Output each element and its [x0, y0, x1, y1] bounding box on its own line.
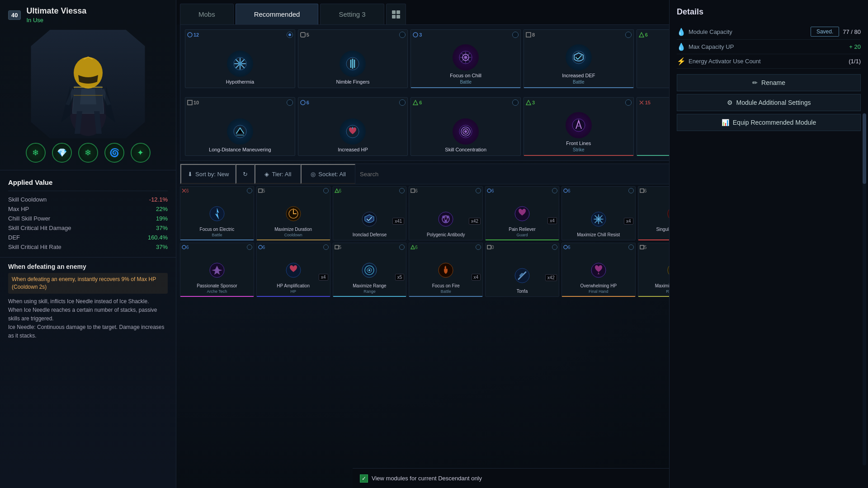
module-long-distance[interactable]: 10 Long-Distance Maneuvering [185, 97, 295, 156]
skill-icon-4[interactable]: 🌀 [104, 143, 124, 163]
module-type: Strike [573, 147, 585, 152]
module-skill-concentration[interactable]: 6 Skill Concentration [410, 97, 521, 156]
rename-button[interactable]: ✏ Rename [677, 74, 861, 91]
inv-icon [206, 203, 228, 225]
inv-type: Guard [516, 233, 528, 237]
enemy-defeat-desc: When defeating an enemy, instantly recov… [8, 273, 168, 294]
socket-dot [323, 188, 329, 193]
module-icon [566, 44, 592, 70]
tab-setting3[interactable]: Setting 3 [320, 4, 384, 24]
inv-ironclad-defense[interactable]: 6 x41 Ironclad Defense [333, 186, 407, 240]
inv-name: Ironclad Defense [351, 232, 388, 238]
sort-icon: ⬇ [188, 171, 193, 178]
module-type: Battle [460, 80, 472, 84]
module-hypothermia[interactable]: 12 Hypothermia [185, 29, 295, 88]
inv-icon [359, 208, 380, 230]
socket-dot [476, 244, 481, 250]
socket-indicator [399, 32, 406, 38]
inv-passionate-sponsor[interactable]: 6 Passionate Sponsor Arche Tech [180, 243, 254, 297]
skill-icon-3[interactable]: ❄ [78, 143, 98, 163]
tab-recommended[interactable]: Recommended [236, 4, 319, 24]
svg-marker-56 [335, 189, 339, 192]
module-name: Increased HP [336, 146, 370, 153]
detail-module-capacity: 💧 Module Capacity Saved. 77 / 80 [677, 24, 861, 40]
details-title: Details [677, 7, 861, 17]
sort-label: Sort by: New [195, 171, 229, 178]
saved-button[interactable]: Saved. [811, 27, 839, 37]
module-increased-hp[interactable]: 6 Increased HP [298, 97, 408, 156]
inv-maximize-chill-resist[interactable]: 6 x4 Maximize Chill Resist [561, 186, 636, 240]
refresh-btn[interactable]: ↻ [236, 164, 255, 184]
inv-focus-fire[interactable]: 6 x4 Focus on Fire Battle [409, 243, 483, 297]
skill-icon-1[interactable]: ❄ [26, 143, 46, 163]
additional-label: Module Additional Settings [736, 99, 811, 106]
module-type: Battle [573, 80, 585, 84]
inv-count: x4 [319, 274, 328, 281]
svg-rect-93 [487, 245, 491, 249]
char-figure-svg [43, 32, 133, 136]
inv-overwhelming-hp[interactable]: 6 Overwhelming HP Final Hand [561, 243, 636, 297]
stat-row-crit-rate: Skill Critical Hit Rate 37% [8, 242, 168, 252]
module-additional-button[interactable]: ⚙ Module Additional Settings [677, 94, 861, 111]
skill-icon-2[interactable]: 💎 [52, 143, 72, 163]
skill-icon-5[interactable]: ✦ [131, 143, 151, 163]
tab-mobs[interactable]: Mobs [180, 4, 234, 24]
inv-type: Final Hand [589, 289, 609, 294]
energy-label: Energy Activator Use Count [689, 58, 761, 65]
socket-dot [552, 244, 557, 250]
svg-point-12 [413, 33, 418, 37]
tab-grid-icon[interactable] [386, 4, 406, 24]
view-modules-check[interactable]: ✓ View modules for current Descendant on… [360, 474, 482, 483]
energy-value: (1/1) [849, 58, 861, 65]
module-name: Long-Distance Maneuvering [207, 146, 273, 153]
socket-dot [247, 188, 252, 193]
socket-indicator [625, 32, 632, 38]
socket-indicator [512, 99, 519, 106]
module-focus-chill[interactable]: 3 Focus on Chill Battle [410, 29, 521, 88]
svg-rect-29 [188, 100, 192, 105]
inv-type: Range [363, 289, 376, 294]
socket-dot [399, 244, 405, 250]
socket-dot [628, 188, 634, 193]
inv-hp-amplification[interactable]: 6 x4 HP Amplification HP [256, 243, 330, 297]
svg-point-8 [238, 62, 242, 66]
sort-order-btn[interactable]: ⬇ Sort by: New [180, 164, 236, 184]
socket-label: Socket: All [318, 171, 346, 178]
socket-filter-btn[interactable]: ◎ Socket: All [301, 164, 355, 184]
inv-tonfa[interactable]: 0 x42 Tonfa [485, 243, 559, 297]
view-modules-checkbox[interactable]: ✓ [360, 474, 368, 483]
svg-point-40 [464, 130, 467, 133]
inv-icon [283, 203, 304, 225]
socket-dot [247, 244, 252, 250]
svg-rect-99 [640, 245, 644, 249]
rename-label: Rename [761, 79, 785, 86]
module-nimble-fingers[interactable]: 5 Nimble Fingers [298, 29, 408, 88]
module-front-lines[interactable]: 3 Front Lines Strike [524, 97, 634, 156]
svg-point-15 [464, 56, 467, 59]
svg-rect-5 [396, 15, 400, 19]
inv-icon [435, 259, 457, 281]
socket-dot [399, 188, 405, 193]
module-icon [453, 44, 479, 70]
svg-point-97 [564, 245, 567, 249]
inv-maximize-duration[interactable]: 5 Maximize Duration Cooldown [256, 186, 330, 240]
module-name: Nimble Fingers [335, 79, 372, 85]
module-name: Skill Concentration [443, 146, 488, 153]
inv-pain-reliever[interactable]: 6 x4 Pain Reliever Guard [485, 186, 559, 240]
equip-recommended-button[interactable]: 📊 Equip Recommended Module [677, 114, 861, 131]
stat-row-chill: Chill Skill Power 19% [8, 214, 168, 223]
inv-focus-electric[interactable]: 6 Focus on Electric Battle [180, 186, 254, 240]
tier-filter-btn[interactable]: ◈ Tier: All [255, 164, 301, 184]
socket-indicator [399, 99, 406, 106]
inv-name: Polygenic Antibody [425, 232, 467, 238]
right-scrollbar[interactable] [863, 113, 866, 465]
svg-marker-90 [411, 245, 415, 249]
energy-icon: ⚡ [677, 57, 686, 66]
capacity-label: Module Capacity [689, 28, 732, 35]
character-portrait [0, 30, 176, 138]
inv-type: Battle [212, 233, 222, 237]
module-increased-def[interactable]: 8 Increased DEF Battle [524, 29, 634, 88]
inv-maximize-range[interactable]: 5 x5 Maximize Range Range [333, 243, 407, 297]
inv-polygenic-antibody[interactable]: 6 x42 Pol [409, 186, 483, 240]
svg-rect-16 [526, 33, 531, 37]
